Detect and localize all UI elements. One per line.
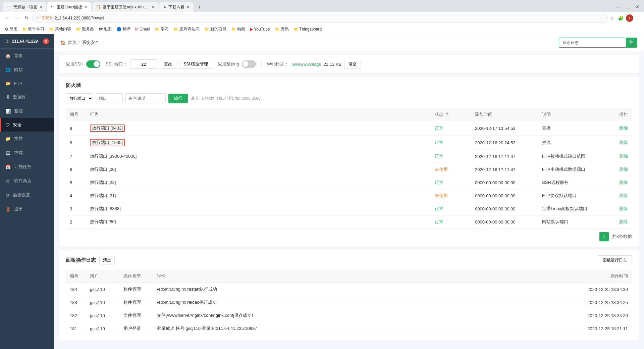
log-detail: 文件[/www/server/nginx/conf/nginx.conf]保存成… <box>153 309 572 322</box>
log-detail: /etc/init.d/nginx restart执行成功 <box>153 283 572 296</box>
sidebar-item-monitor[interactable]: 📊 监控 <box>0 104 54 118</box>
sidebar-item-security[interactable]: 🛡 安全 <box>0 118 54 132</box>
sidebar-item-website[interactable]: 🌐 网站 <box>0 63 54 77</box>
web-log-group: Web日志： /www/wwwlogs 21.13 KB 清空 <box>267 60 361 69</box>
back-button[interactable]: ← <box>3 14 11 22</box>
row-time: 0000-00-00 00:00:00 <box>471 176 538 189</box>
bookmark-animation[interactable]: 📁 动画 <box>229 25 247 33</box>
bookmark-study[interactable]: 📁 学习 <box>153 25 171 33</box>
delete-link[interactable]: 删除 <box>619 219 628 224</box>
tab-icon: 📄 <box>7 5 11 9</box>
delete-link[interactable]: 删除 <box>619 180 628 185</box>
log-row: 183 gscj110 软件管理 /etc/init.d/nginx reloa… <box>66 296 632 309</box>
sidebar-item-logout[interactable]: 🚪 退出 <box>0 202 54 216</box>
row-action: 放行端口:[20] <box>86 163 431 176</box>
tab-nginx[interactable]: 📋 基于宝塔安装nginx-rtmp-mod... ✕ <box>92 2 159 12</box>
ssh-toggle[interactable] <box>86 60 100 68</box>
sidebar-item-schedule[interactable]: 📅 计划任务 <box>0 160 54 174</box>
port-input[interactable] <box>96 93 123 103</box>
firewall-toolbar: 放行端口 放行IP 禁止IP 放行 说明: 支持放行端口范围, 如: 3000:… <box>66 93 632 103</box>
delete-link[interactable]: 删除 <box>619 126 628 131</box>
tab-close-icon[interactable]: ✕ <box>84 5 87 9</box>
ssh-settings-section: 应用SSH SSH端口： 更改 SSH安全管理 应用禁ping Web日志： <box>59 55 639 73</box>
bookmark-other[interactable]: 📁 其他内容 <box>47 25 73 33</box>
delete-link[interactable]: 删除 <box>619 193 628 198</box>
delete-link[interactable]: 删除 <box>619 154 628 159</box>
run-log-button[interactable]: 面板运行日志 <box>598 255 632 265</box>
extension-icon[interactable]: 🧩 <box>617 14 625 22</box>
bookmark-map[interactable]: 🗺 地图 <box>97 25 114 33</box>
sidebar-item-database[interactable]: 🗄 数据库 <box>0 90 54 104</box>
breadcrumb-home-link[interactable]: 首页 <box>68 40 76 46</box>
folder-icon: 📁 <box>231 27 236 32</box>
row-time: 0000-00-00 00:00:00 <box>471 202 538 215</box>
change-port-button[interactable]: 更改 <box>160 60 176 69</box>
tab-baota[interactable]: 🛡 宝塔Linux面板 ✕ <box>47 2 92 12</box>
delete-link[interactable]: 删除 <box>619 206 628 211</box>
log-type: 文件管理 <box>119 309 153 322</box>
ssh-port-label: SSH端口： <box>106 61 128 67</box>
web-log-path[interactable]: /www/wwwlogs <box>291 62 321 67</box>
table-row: 7 放行端口:[39000-40000] 正常 2020-12-16 17:11… <box>66 150 632 163</box>
close-button[interactable]: ✕ <box>633 3 641 11</box>
remark-input[interactable] <box>125 93 166 103</box>
web-log-label: Web日志： <box>267 61 289 67</box>
delete-link[interactable]: 删除 <box>619 167 628 172</box>
log-col-detail: 详情 <box>153 270 572 283</box>
search-button[interactable]: 🔍 <box>626 38 637 48</box>
port-type-select[interactable]: 放行端口 放行IP 禁止IP <box>66 93 93 103</box>
ssh-security-button[interactable]: SSH安全管理 <box>179 60 212 69</box>
address-bar[interactable]: ⚠ 不安全 211.64.41.229:8888/firewall <box>32 14 608 22</box>
clear-log-btn[interactable]: 清空 <box>99 256 115 264</box>
tab-close-icon[interactable]: ✕ <box>186 5 190 9</box>
row-status: 正常 <box>431 136 471 150</box>
row-time: 2020-12-16 17:11:47 <box>471 163 538 176</box>
bookmark-label: 学习 <box>161 26 169 32</box>
log-detail: /etc/init.d/nginx reload执行成功 <box>153 296 572 309</box>
schedule-icon: 📅 <box>5 164 11 169</box>
avatar-icon[interactable]: T <box>626 14 633 22</box>
sidebar-item-ftp[interactable]: 📂 FTP <box>0 77 54 90</box>
search-input[interactable] <box>559 38 626 48</box>
bookmark-youtube[interactable]: ▶ YouTube <box>248 26 272 33</box>
log-col-user: 用户 <box>86 270 119 283</box>
forward-button[interactable]: → <box>13 14 21 22</box>
bookmark-gmail[interactable]: M Gmail <box>133 26 152 33</box>
bookmark-translate[interactable]: 🔵 翻译 <box>114 25 132 33</box>
sidebar-item-panel-settings[interactable]: ⚙ 面板设置 <box>0 188 54 202</box>
bookmark-regex[interactable]: 📁 正则表达式 <box>171 25 202 33</box>
ssh-port-input[interactable] <box>130 59 157 69</box>
sidebar-item-store[interactable]: 🛒 软件商店 <box>0 174 54 188</box>
tab-close-icon[interactable]: ✕ <box>39 5 42 9</box>
apply-ssh-label: 应用SSH <box>66 61 84 67</box>
maximize-button[interactable]: ⬜ <box>624 3 632 11</box>
log-time: 2020-12-25 18:34:20 <box>572 309 632 322</box>
minimize-button[interactable]: — <box>614 3 623 11</box>
allow-port-button[interactable]: 放行 <box>168 94 188 103</box>
bookmark-software-learn[interactable]: 📁 软件学习 <box>20 25 46 33</box>
bookmark-label: 其他内容 <box>55 26 71 32</box>
tab-download[interactable]: ⬇ 下载内容 ✕ <box>159 2 194 12</box>
row-action: 放行端口:[8432] <box>86 121 431 136</box>
sidebar-item-home[interactable]: 🏠 首页 <box>0 49 54 63</box>
ping-toggle[interactable] <box>242 60 256 68</box>
new-tab-button[interactable]: + <box>194 2 204 12</box>
clear-log-button[interactable]: 清空 <box>344 60 361 69</box>
delete-link[interactable]: 删除 <box>619 140 628 145</box>
bookmark-server[interactable]: 📁 服务器 <box>74 25 96 33</box>
refresh-button[interactable]: ↻ <box>23 14 31 22</box>
bookmark-news[interactable]: 📁 资讯 <box>273 25 291 33</box>
sidebar-item-files[interactable]: 📁 文件 <box>0 132 54 146</box>
page-btn-1[interactable]: 1 <box>599 232 609 241</box>
bookmark-thingsboard[interactable]: 📁 Thingsboard <box>291 26 324 33</box>
folder-icon: 📁 <box>76 27 81 32</box>
sidebar-item-terminal[interactable]: 💻 终端 <box>0 146 54 160</box>
total-count: 共8条数据 <box>612 234 632 240</box>
tab-close-icon[interactable]: ✕ <box>152 5 155 9</box>
bookmark-apps[interactable]: ⚙ 应用 <box>3 25 19 33</box>
bookmark-newproject[interactable]: 📁 新的项目 <box>202 25 228 33</box>
row-ops: 删除 <box>605 189 632 202</box>
tab-yuque[interactable]: 📄 无标题 - 语雀 ✕ <box>3 2 46 12</box>
bookmark-star-icon[interactable]: ☆ <box>609 14 615 22</box>
menu-icon[interactable]: ⋮ <box>635 14 641 22</box>
